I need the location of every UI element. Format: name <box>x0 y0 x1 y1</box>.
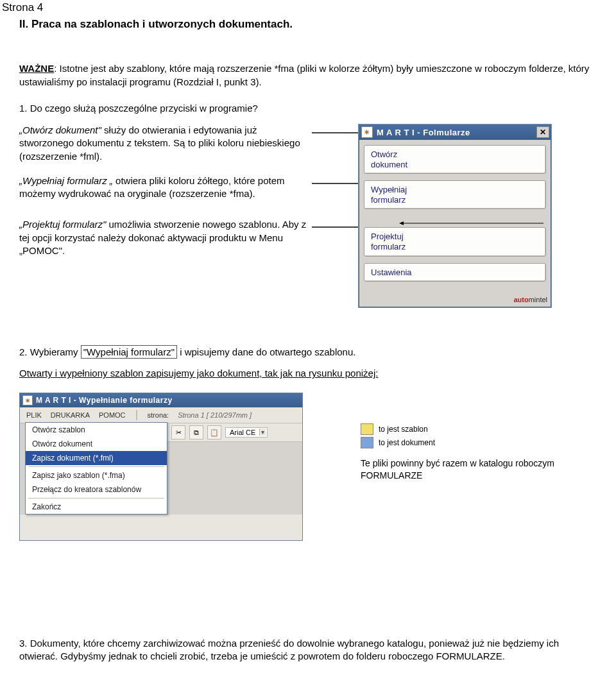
strona-value: Strona 1 [ 210/297mm ] <box>178 411 252 419</box>
desc-fill-form: „Wypełniaj formularz „ otwiera pliki kol… <box>19 174 308 201</box>
legend-document: to jest dokument <box>361 437 566 448</box>
marti-footer: automintel <box>359 293 551 307</box>
svg-marker-7 <box>399 221 404 225</box>
desc-fill-form-term: „Wypełniaj formularz „ <box>19 175 113 186</box>
app-icon: ✶ <box>361 126 373 138</box>
design-form-line1: Projektuj <box>371 232 539 242</box>
app-icon: ✶ <box>22 395 33 405</box>
fill-form-line1: Wypełniaj <box>371 185 539 195</box>
menu-item-save-document[interactable]: Zapisz dokument (*.fml) <box>26 451 167 465</box>
blue-swatch-icon <box>361 437 373 448</box>
settings-button[interactable]: Ustawienia <box>364 263 546 282</box>
font-combo[interactable]: Arial CE <box>225 427 268 438</box>
step-3: 3. Dokumenty, które chcemy zarchiwizować… <box>0 541 616 683</box>
menu-divider <box>28 498 164 498</box>
window-title: M A R T I - Wypełnianie formularzy <box>36 396 173 405</box>
menu-item-exit[interactable]: Zakończ <box>26 500 167 514</box>
arrow-icon <box>312 126 353 138</box>
step2-highlight: "Wypełniaj formularz" <box>81 345 177 359</box>
important-text: : Istotne jest aby szablony, które mają … <box>19 63 589 87</box>
desc-open-document: „Otwórz dokument" służy do otwierania i … <box>19 124 308 163</box>
toolbar: ✂ ⧉ 📋 Arial CE <box>167 423 302 442</box>
marti-title-text: M A R T I - Folmularze <box>377 128 470 137</box>
yellow-swatch-icon <box>361 423 373 435</box>
menubar: PLIK DRUKARKA POMOC strona: Strona 1 [ 2… <box>20 407 302 423</box>
desc-design-form: „Projektuj formularz" umożliwia stworzen… <box>19 218 308 257</box>
menu-drukarka[interactable]: DRUKARKA <box>51 411 90 419</box>
question-1: 1. Do czego służą poszczególne przyciski… <box>19 103 616 114</box>
paste-icon[interactable]: 📋 <box>207 425 221 439</box>
step2-post: i wpisujemy dane do otwartego szablonu. <box>177 346 356 357</box>
marti-panel: ✶ M A R T I - Folmularze ✕ Otwórz dokume… <box>358 124 552 308</box>
desc-design-form-term: „Projektuj formularz" <box>19 219 106 230</box>
open-document-line1: Otwórz <box>371 149 539 160</box>
fill-form-line2: formularz <box>371 195 539 205</box>
legend-document-text: to jest dokument <box>379 438 435 447</box>
window-titlebar: ✶ M A R T I - Wypełnianie formularzy <box>20 393 302 407</box>
app-window: ✶ M A R T I - Wypełnianie formularzy PLI… <box>19 393 303 541</box>
design-form-line2: formularz <box>371 242 539 252</box>
fill-form-button[interactable]: Wypełniaj formularz <box>364 180 546 209</box>
menu-pomoc[interactable]: POMOC <box>99 411 126 419</box>
menu-item-switch-creator[interactable]: Przełącz do kreatora szablonów <box>26 482 167 497</box>
marti-titlebar: ✶ M A R T I - Folmularze ✕ <box>359 124 551 140</box>
menu-divider <box>28 466 164 467</box>
step2-pre: 2. Wybieramy <box>19 346 81 357</box>
page-number: Strona 4 <box>0 0 616 14</box>
file-menu-dropdown: Otwórz szablon Otwórz dokument Zapisz do… <box>25 422 167 515</box>
menu-item-open-template[interactable]: Otwórz szablon <box>26 423 167 437</box>
step-2-line2: Otwarty i wypełniony szablon zapisujemy … <box>19 368 616 379</box>
strona-label: strona: <box>148 411 169 419</box>
settings-label: Ustawienia <box>371 268 412 278</box>
legend-template-text: to jest szablon <box>379 425 428 434</box>
menu-item-open-document[interactable]: Otwórz dokument <box>26 437 167 451</box>
copy-icon[interactable]: ⧉ <box>189 425 203 439</box>
design-form-button[interactable]: Projektuj formularz <box>364 227 546 256</box>
arrow-icon <box>312 221 353 232</box>
menu-plik[interactable]: PLIK <box>26 411 42 419</box>
open-document-line2: dokument <box>371 160 539 170</box>
separator <box>136 410 137 420</box>
desc-open-document-term: „Otwórz dokument" <box>19 124 101 135</box>
brand-label: automintel <box>513 296 547 303</box>
menu-item-save-as-template[interactable]: Zapisz jako szablon (*.fma) <box>26 468 167 482</box>
important-note: WAŻNE: Istotne jest aby szablony, które … <box>19 62 616 89</box>
section-title: II. Praca na szablonach i utworzonych do… <box>0 14 616 31</box>
open-document-button[interactable]: Otwórz dokument <box>364 145 546 174</box>
legend-template: to jest szablon <box>361 423 566 435</box>
pointer-arrow-icon <box>364 221 546 225</box>
important-label: WAŻNE <box>19 63 54 74</box>
close-icon[interactable]: ✕ <box>536 126 549 138</box>
step-2-line1: 2. Wybieramy "Wypełniaj formularz" i wpi… <box>19 346 616 357</box>
arrow-icon <box>312 177 353 189</box>
cut-icon[interactable]: ✂ <box>171 425 185 439</box>
legend-note: Te pliki powinny być razem w katalogu ro… <box>361 457 566 482</box>
